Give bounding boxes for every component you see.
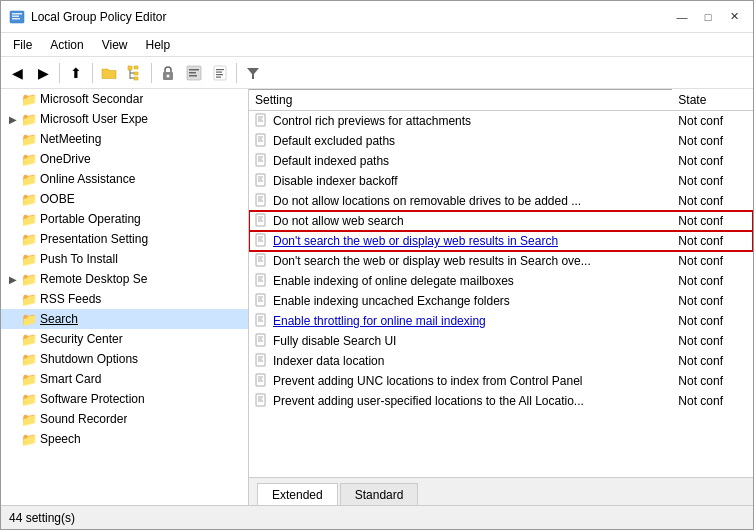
maximize-button[interactable]: □ <box>697 6 719 28</box>
table-row[interactable]: Don't search the web or display web resu… <box>249 251 753 271</box>
setting-state: Not conf <box>672 211 753 231</box>
toolbar-folder-btn[interactable] <box>97 61 121 85</box>
tree-item-shutdown-options[interactable]: 📁 Shutdown Options <box>1 349 248 369</box>
svg-rect-17 <box>214 66 226 80</box>
report-btn[interactable] <box>208 61 232 85</box>
title-bar: Local Group Policy Editor — □ ✕ <box>1 1 753 33</box>
svg-rect-76 <box>258 377 263 378</box>
svg-rect-52 <box>258 257 263 258</box>
setting-icon <box>255 113 269 129</box>
table-row[interactable]: Disable indexer backoffNot conf <box>249 171 753 191</box>
setting-name: Prevent adding UNC locations to index fr… <box>273 374 583 388</box>
table-row[interactable]: Don't search the web or display web resu… <box>249 231 753 251</box>
properties-icon <box>186 65 202 81</box>
svg-rect-7 <box>134 77 138 80</box>
svg-rect-71 <box>256 354 265 366</box>
menu-file[interactable]: File <box>5 36 40 54</box>
col-header-state[interactable]: State <box>672 90 753 111</box>
svg-rect-55 <box>256 274 265 286</box>
menu-action[interactable]: Action <box>42 36 91 54</box>
table-row[interactable]: Control rich previews for attachmentsNot… <box>249 111 753 132</box>
tab-standard[interactable]: Standard <box>340 483 419 505</box>
table-row[interactable]: Enable throttling for online mail indexi… <box>249 311 753 331</box>
window-title: Local Group Policy Editor <box>31 10 166 24</box>
tree-item-netmeeting[interactable]: 📁 NetMeeting <box>1 129 248 149</box>
table-row[interactable]: Enable indexing of online delegate mailb… <box>249 271 753 291</box>
back-button[interactable]: ◀ <box>5 61 29 85</box>
properties-btn[interactable] <box>182 61 206 85</box>
tree-item-portable-operating[interactable]: 📁 Portable Operating <box>1 209 248 229</box>
svg-rect-16 <box>189 75 197 77</box>
table-row[interactable]: Default excluded pathsNot conf <box>249 131 753 151</box>
lock-icon-btn[interactable] <box>156 61 180 85</box>
setting-state: Not conf <box>672 191 753 211</box>
menu-help[interactable]: Help <box>138 36 179 54</box>
table-row[interactable]: Indexer data locationNot conf <box>249 351 753 371</box>
tree-item-online-assistance[interactable]: 📁 Online Assistance <box>1 169 248 189</box>
svg-rect-35 <box>256 174 265 186</box>
setting-icon <box>255 293 269 309</box>
folder-icon-portable: 📁 <box>21 212 37 227</box>
tree-item-software-protection[interactable]: 📁 Software Protection <box>1 389 248 409</box>
setting-name: Don't search the web or display web resu… <box>273 254 591 268</box>
menu-view[interactable]: View <box>94 36 136 54</box>
svg-rect-68 <box>258 337 263 338</box>
svg-rect-54 <box>258 261 263 262</box>
forward-button[interactable]: ▶ <box>31 61 55 85</box>
svg-rect-53 <box>258 259 262 260</box>
toolbar-tree-btn[interactable] <box>123 61 147 85</box>
tree-item-push-to-install[interactable]: 📁 Push To Install <box>1 249 248 269</box>
table-row[interactable]: Fully disable Search UINot conf <box>249 331 753 351</box>
app-icon <box>9 9 25 25</box>
tree-item-speech[interactable]: 📁 Speech <box>1 429 248 449</box>
setting-icon <box>255 273 269 289</box>
tree-label-sound: Sound Recorder <box>40 412 127 426</box>
folder-icon-presentation: 📁 <box>21 232 37 247</box>
tab-extended[interactable]: Extended <box>257 483 338 505</box>
setting-name: Indexer data location <box>273 354 384 368</box>
tree-item-presentation-settings[interactable]: 📁 Presentation Setting <box>1 229 248 249</box>
folder-icon-online-assistance: 📁 <box>21 172 37 187</box>
svg-rect-29 <box>258 139 262 140</box>
folder-icon-speech: 📁 <box>21 432 37 447</box>
status-text: 44 setting(s) <box>9 511 75 525</box>
tree-item-onedrive[interactable]: 📁 OneDrive <box>1 149 248 169</box>
tree-label-microsoft-user-exp: Microsoft User Expe <box>40 112 148 126</box>
tree-item-sound-recorder[interactable]: 📁 Sound Recorder <box>1 409 248 429</box>
table-row[interactable]: Do not allow web searchNot conf <box>249 211 753 231</box>
tree-item-remote-desktop[interactable]: ▶ 📁 Remote Desktop Se <box>1 269 248 289</box>
setting-state: Not conf <box>672 151 753 171</box>
table-row[interactable]: Prevent adding UNC locations to index fr… <box>249 371 753 391</box>
tree-label-presentation: Presentation Setting <box>40 232 148 246</box>
svg-rect-5 <box>134 66 138 69</box>
table-row[interactable]: Enable indexing uncached Exchange folder… <box>249 291 753 311</box>
svg-rect-61 <box>258 299 262 300</box>
tree-item-microsoft-secondary[interactable]: 📁 Microsoft Secondar <box>1 89 248 109</box>
folder-icon-netmeeting: 📁 <box>21 132 37 147</box>
up-button[interactable]: ⬆ <box>64 61 88 85</box>
svg-rect-37 <box>258 179 262 180</box>
folder-icon-oobe: 📁 <box>21 192 37 207</box>
filter-btn[interactable] <box>241 61 265 85</box>
tree-item-security-center[interactable]: 📁 Security Center <box>1 329 248 349</box>
svg-rect-40 <box>258 197 263 198</box>
tree-item-oobe[interactable]: 📁 OOBE <box>1 189 248 209</box>
close-button[interactable]: ✕ <box>723 6 745 28</box>
tree-item-smart-card[interactable]: 📁 Smart Card <box>1 369 248 389</box>
setting-state: Not conf <box>672 351 753 371</box>
lock-icon <box>160 65 176 81</box>
svg-rect-42 <box>258 201 263 202</box>
svg-rect-82 <box>258 401 263 402</box>
table-row[interactable]: Default indexed pathsNot conf <box>249 151 753 171</box>
table-row[interactable]: Do not allow locations on removable driv… <box>249 191 753 211</box>
tree-item-search[interactable]: 📁 Search <box>1 309 248 329</box>
tree-label-push: Push To Install <box>40 252 118 266</box>
menu-bar: File Action View Help <box>1 33 753 57</box>
minimize-button[interactable]: — <box>671 6 693 28</box>
tree-item-microsoft-user-exp[interactable]: ▶ 📁 Microsoft User Expe <box>1 109 248 129</box>
svg-rect-67 <box>256 334 265 346</box>
tree-item-rss-feeds[interactable]: 📁 RSS Feeds <box>1 289 248 309</box>
table-row[interactable]: Prevent adding user-specified locations … <box>249 391 753 411</box>
svg-marker-22 <box>247 68 259 79</box>
col-header-setting[interactable]: Setting <box>249 90 672 111</box>
